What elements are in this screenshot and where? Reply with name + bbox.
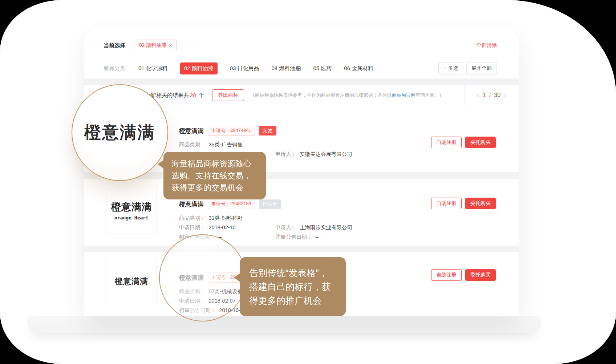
category-label: 商品类别： <box>179 215 206 221</box>
tab-03-daily-chemical[interactable]: 03 日化用品 <box>230 65 259 72</box>
section-gap <box>84 78 519 85</box>
results-disclaimer: （商标检索结果仅供参考，不作为商标能否注册的法律依据；具体以商标局官网查询为准。… <box>250 92 444 98</box>
trademark-image: 橙意满满 orange Heart <box>106 187 157 234</box>
category-actions: + 多选 展开全部 <box>438 62 497 74</box>
close-icon[interactable]: × <box>169 43 172 48</box>
results-summary: 为您检索到“橙意满满”相关的结果共28 个 <box>104 92 204 99</box>
current-selection-label: 当前选择 <box>104 42 125 49</box>
row-gap <box>84 172 519 179</box>
first-publication-value: – <box>219 234 222 240</box>
current-page: 1 <box>483 92 486 98</box>
apply-date-value: 2018-02-10 <box>209 225 236 230</box>
selected-filter-tag[interactable]: 02 颜料油漆 × <box>135 40 177 51</box>
self-register-button[interactable]: 自助注册 <box>431 269 462 281</box>
results-count: 28 <box>190 92 196 98</box>
multi-select-button[interactable]: + 多选 <box>438 62 463 74</box>
result-row-2: 橙意满满 orange Heart 橙意满满 申请号：29482153 已注册 … <box>84 179 519 246</box>
category-tabs: 01 化学原料 02 颜料油漆 03 日化用品 04 燃料油脂 05 医药 06… <box>138 62 373 74</box>
pagination: ‹ 1 / 30 › <box>464 85 519 105</box>
status-badge: 无效 <box>259 126 276 136</box>
status-badge: 已注册 <box>259 199 281 209</box>
applicant-value: 安徽美达会展有限公司 <box>300 151 352 157</box>
applicant-value: 上海雨步实业有限公司 <box>300 225 352 230</box>
first-publication-label: 初审公告日期： <box>179 308 216 313</box>
apply-date-label: 申请日期： <box>179 151 206 157</box>
row-actions: 自助注册 委托购买 <box>431 269 496 281</box>
row-gap <box>84 246 519 252</box>
tab-01-chemical[interactable]: 01 化学原料 <box>138 65 168 72</box>
category-bar-label: 商标分类 <box>104 65 125 72</box>
total-pages: 30 <box>494 92 500 98</box>
trademark-office-link[interactable]: 商标局官网 <box>392 92 416 98</box>
apply-date-value: 2018-02-07 <box>209 298 236 304</box>
tab-05-pharma[interactable]: 05 医药 <box>313 65 332 72</box>
trademark-name: 橙意满满 <box>179 127 204 135</box>
tab-04-fuel-grease[interactable]: 04 燃料油脂 <box>272 65 301 72</box>
category-bar: 商标分类 01 化学原料 02 颜料油漆 03 日化用品 04 燃料油脂 05 … <box>84 58 519 78</box>
current-selection-bar: 当前选择 02 颜料油漆 × 全部清除 <box>84 27 519 53</box>
tab-02-pigment-paint[interactable]: 02 颜料油漆 <box>180 62 218 74</box>
trademark-search-window: 当前选择 02 颜料油漆 × 全部清除 商标分类 01 化学原料 02 颜料油漆… <box>84 27 519 316</box>
tab-06-metal[interactable]: 06 金属材料 <box>344 65 373 72</box>
entrust-purchase-button[interactable]: 委托购买 <box>465 198 496 209</box>
next-page-icon[interactable]: › <box>504 91 506 99</box>
application-number-tag: 申请号：29198321 <box>208 272 255 283</box>
registration-publication-label: 注册公告日期： <box>275 234 312 240</box>
laptop-base <box>27 316 541 333</box>
self-register-button[interactable]: 自助注册 <box>431 198 462 209</box>
apply-date-label: 申请日期： <box>179 298 206 304</box>
category-value: 31类-饲料种籽 <box>209 215 243 221</box>
expand-all-button[interactable]: 展开全部 <box>466 62 497 74</box>
clear-all-link[interactable]: 全部清除 <box>477 42 497 49</box>
page-canvas: 当前选择 02 颜料油漆 × 全部清除 商标分类 01 化学原料 02 颜料油漆… <box>0 0 616 364</box>
registration-publication-value: – <box>316 234 319 240</box>
applicant-label: 申请人： <box>275 151 296 157</box>
result-row-1: 橙意满满 申请号：29474941 无效 商品类别： 35类-广告销售 申请日期… <box>84 105 519 172</box>
prev-page-icon[interactable]: ‹ <box>477 91 479 99</box>
application-number-tag: 申请号：29474941 <box>208 126 255 136</box>
apply-date-label: 申请日期： <box>179 225 206 230</box>
category-value: 07类-机械设备 <box>209 289 243 294</box>
self-register-button[interactable]: 自助注册 <box>431 137 462 148</box>
trademark-name: 橙意满满 <box>179 274 204 282</box>
category-value: 35类-广告销售 <box>209 142 243 147</box>
application-number-tag: 申请号：29482153 <box>208 199 255 209</box>
apply-date-value: 2018-03-07 <box>209 151 236 157</box>
row-actions: 自助注册 委托购买 <box>431 198 496 209</box>
applicant-label: 申请人： <box>275 225 296 230</box>
trademark-name: 橙意满满 <box>179 200 204 209</box>
page-separator: / <box>489 92 491 98</box>
first-publication-label: 初审公告日期： <box>179 234 216 240</box>
category-label: 商品类别： <box>179 289 206 294</box>
category-label: 商品类别： <box>179 142 206 147</box>
selected-filter-tag-label: 02 颜料油漆 <box>139 42 166 49</box>
first-publication-value: 2018-10-06 <box>219 308 246 313</box>
result-row-3: 橙意满满 橙意满满 申请号：29198321 商品类别： 07类-机械设备 申请… <box>84 252 519 316</box>
trademark-image: 橙意满满 <box>106 258 157 305</box>
row-actions: 自助注册 委托购买 <box>431 137 496 148</box>
results-header: 为您检索到“橙意满满”相关的结果共28 个 导出商标 （商标检索结果仅供参考，不… <box>84 85 519 105</box>
export-trademarks-button[interactable]: 导出商标 <box>212 89 244 101</box>
entrust-purchase-button[interactable]: 委托购买 <box>465 137 496 148</box>
entrust-purchase-button[interactable]: 委托购买 <box>465 269 496 281</box>
